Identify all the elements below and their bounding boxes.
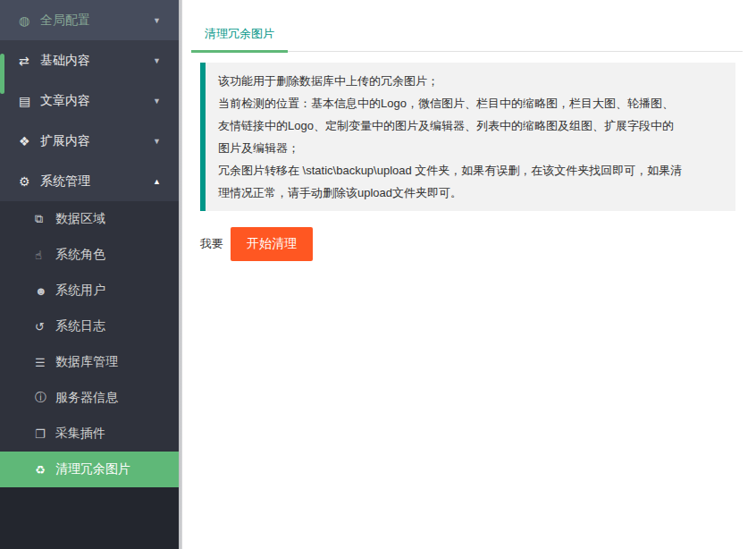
notice-line: 冗余图片转移在 \static\backup\upload 文件夹，如果有误删，… bbox=[218, 159, 723, 182]
sidebar-subitem-1[interactable]: ☝系统角色 bbox=[0, 237, 179, 273]
action-prefix-label: 我要 bbox=[200, 236, 223, 252]
chevron-down-icon: ▼ bbox=[153, 16, 161, 25]
sidebar-subitem-label: 清理冗余图片 bbox=[55, 461, 130, 477]
sidebar-scrollbar-thumb[interactable] bbox=[0, 54, 4, 94]
sidebar: ◍全局配置▼⇄基础内容▼▤文章内容▼❖扩展内容▼⚙系统管理▲ ⧉数据区域☝系统角… bbox=[0, 0, 179, 549]
sidebar-sub-menu: ⧉数据区域☝系统角色☻系统用户↺系统日志☰数据库管理ⓘ服务器信息❐采集插件♻清理… bbox=[0, 201, 179, 487]
tab-bar: 清理冗余图片 bbox=[191, 16, 743, 52]
notice-line: 当前检测的位置：基本信息中的Logo，微信图片、栏目中的缩略图，栏目大图、轮播图… bbox=[218, 92, 723, 114]
sitemap-icon: ⧉ bbox=[35, 212, 55, 226]
chevron-up-icon: ▲ bbox=[153, 177, 161, 186]
sidebar-subitem-label: 系统用户 bbox=[55, 283, 105, 299]
document-icon: ▤ bbox=[19, 94, 40, 108]
users-icon: ☻ bbox=[35, 284, 55, 298]
sidebar-item-2[interactable]: ▤文章内容▼ bbox=[0, 80, 179, 121]
action-row: 我要 开始清理 bbox=[200, 227, 743, 261]
notice-line: 友情链接中的Logo、定制变量中的图片及编辑器、列表中的缩略图及组图、扩展字段中… bbox=[218, 114, 723, 137]
history-icon: ↺ bbox=[35, 320, 55, 334]
chevron-down-icon: ▼ bbox=[153, 97, 161, 106]
sidebar-item-label: 文章内容 bbox=[40, 93, 90, 109]
main-content: 清理冗余图片 该功能用于删除数据库中上传的冗余图片；当前检测的位置：基本信息中的… bbox=[182, 0, 756, 549]
chevron-down-icon: ▼ bbox=[153, 56, 161, 65]
sidebar-item-label: 扩展内容 bbox=[40, 133, 90, 149]
sidebar-item-1[interactable]: ⇄基础内容▼ bbox=[0, 40, 179, 80]
sidebar-subitem-3[interactable]: ↺系统日志 bbox=[0, 308, 179, 344]
sliders-icon: ⇄ bbox=[19, 54, 40, 68]
sidebar-item-label: 基础内容 bbox=[40, 53, 90, 69]
sidebar-subitem-label: 系统日志 bbox=[55, 318, 105, 334]
sidebar-subitem-2[interactable]: ☻系统用户 bbox=[0, 273, 179, 308]
chevron-down-icon: ▼ bbox=[153, 137, 161, 146]
sidebar-subitem-6[interactable]: ❐采集插件 bbox=[0, 416, 179, 452]
notice-line: 图片及编辑器； bbox=[218, 137, 723, 159]
sidebar-subitem-label: 数据区域 bbox=[55, 211, 105, 227]
expand-icon: ❖ bbox=[19, 134, 40, 148]
active-tab-underline bbox=[191, 50, 288, 53]
copy-icon: ❐ bbox=[35, 427, 55, 441]
hand-icon: ☝ bbox=[35, 249, 55, 262]
info-icon: ⓘ bbox=[35, 390, 55, 406]
sidebar-subitem-5[interactable]: ⓘ服务器信息 bbox=[0, 380, 179, 416]
sidebar-subitem-label: 数据库管理 bbox=[55, 354, 118, 370]
notice-blockquote: 该功能用于删除数据库中上传的冗余图片；当前检测的位置：基本信息中的Logo，微信… bbox=[200, 63, 735, 211]
sidebar-subitem-label: 服务器信息 bbox=[55, 390, 118, 406]
sidebar-subitem-label: 系统角色 bbox=[55, 247, 105, 263]
trash-icon: ♻ bbox=[35, 463, 55, 477]
notice-line: 理情况正常，请手动删除该upload文件夹即可。 bbox=[218, 182, 723, 204]
sidebar-subitem-label: 采集插件 bbox=[55, 426, 105, 442]
sidebar-item-0[interactable]: ◍全局配置▼ bbox=[0, 0, 179, 40]
sidebar-item-label: 全局配置 bbox=[40, 13, 90, 29]
notice-line: 该功能用于删除数据库中上传的冗余图片； bbox=[218, 70, 723, 92]
sidebar-subitem-7[interactable]: ♻清理冗余图片 bbox=[0, 452, 179, 487]
sidebar-item-3[interactable]: ❖扩展内容▼ bbox=[0, 121, 179, 161]
sidebar-main-menu: ◍全局配置▼⇄基础内容▼▤文章内容▼❖扩展内容▼⚙系统管理▲ bbox=[0, 0, 179, 201]
database-icon: ☰ bbox=[35, 356, 55, 369]
sidebar-subitem-4[interactable]: ☰数据库管理 bbox=[0, 344, 179, 380]
tab-clean-redundant-images[interactable]: 清理冗余图片 bbox=[191, 16, 288, 52]
start-clean-button[interactable]: 开始清理 bbox=[231, 227, 313, 261]
sidebar-item-label: 系统管理 bbox=[40, 173, 90, 190]
gear-icon: ⚙ bbox=[19, 174, 40, 189]
sidebar-subitem-0[interactable]: ⧉数据区域 bbox=[0, 201, 179, 237]
globe-icon: ◍ bbox=[19, 13, 40, 28]
sidebar-item-4[interactable]: ⚙系统管理▲ bbox=[0, 161, 179, 201]
tab-label: 清理冗余图片 bbox=[205, 27, 274, 40]
